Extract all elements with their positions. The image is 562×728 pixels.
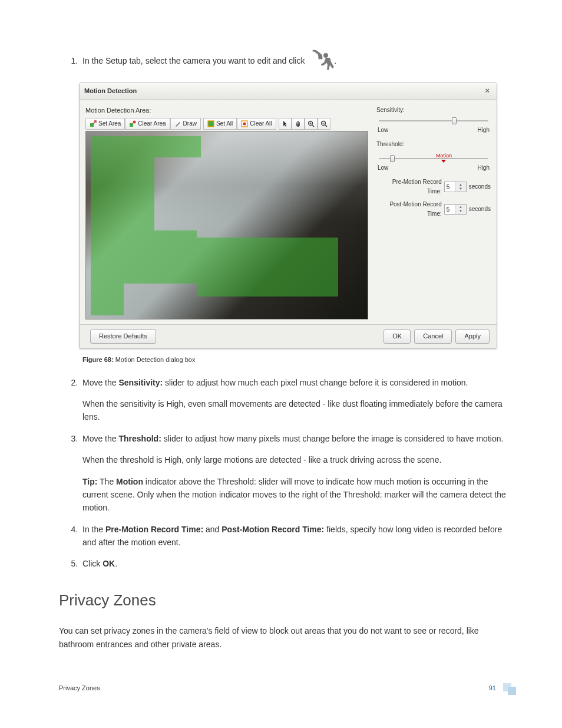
step-4: In the Pre-Motion Record Time: and Post-… [80,523,510,549]
set-area-button[interactable]: Set Area [85,118,125,130]
pre-motion-label: Pre-Motion Record Time: [376,177,442,196]
motion-detection-icon [307,47,334,74]
figure-caption: Figure 68: Motion Detection dialog box [82,355,510,365]
page-footer: Privacy Zones 91 [59,683,517,694]
motion-area-overlay [197,238,338,297]
dialog-title: Motion Detection [84,86,137,97]
area-label: Motion Detection Area: [85,106,372,116]
cancel-button[interactable]: Cancel [414,330,452,344]
spinner-buttons[interactable]: ▲▼ [455,182,466,192]
high-label: High [477,163,490,173]
clear-all-icon [241,120,248,127]
svg-rect-2 [130,123,133,127]
motion-detection-dialog: Motion Detection × Motion Detection Area… [79,83,497,349]
clear-area-button[interactable]: Clear Area [125,118,170,130]
seconds-label: seconds [469,205,491,214]
ok-button[interactable]: OK [384,330,411,344]
footer-decoration-icon [502,683,517,694]
draw-button[interactable]: Draw [170,118,201,130]
zoom-out-icon [320,120,328,127]
svg-point-3 [133,121,136,124]
motion-area-overlay [91,230,197,284]
pre-motion-input[interactable]: 5 ▲▼ [444,182,467,192]
area-toolbar: Set Area Clear Area Draw [85,118,372,130]
svg-rect-4 [208,121,214,127]
high-label: High [477,126,490,135]
pointer-tool-button[interactable] [279,118,292,130]
threshold-slider[interactable]: Motion [376,154,491,163]
pencil-icon [174,120,181,127]
hand-tool-button[interactable] [292,118,305,130]
camera-preview[interactable] [85,131,368,319]
low-label: Low [378,126,388,135]
dialog-titlebar: Motion Detection × [80,83,497,100]
privacy-zones-body: You can set privacy zones in the camera'… [59,624,510,651]
hand-icon [295,120,302,127]
sensitivity-slider[interactable] [376,116,491,126]
set-area-icon [90,120,97,127]
step-1-text-b: . [334,56,336,65]
seconds-label: seconds [469,182,491,192]
pointer-icon [282,120,289,127]
step-5: Click OK. [80,557,510,570]
step-2: Move the Sensitivity: slider to adjust h… [80,376,510,424]
restore-defaults-button[interactable]: Restore Defaults [90,330,156,344]
clear-all-button[interactable]: Clear All [237,118,276,130]
privacy-zones-heading: Privacy Zones [59,588,510,613]
zoom-in-icon [308,120,315,127]
motion-area-overlay [91,136,154,230]
set-all-button[interactable]: Set All [203,118,237,130]
step-1-text-a: In the Setup tab, select the camera you … [82,56,307,65]
close-icon[interactable]: × [482,85,492,97]
motion-area-overlay [91,284,124,315]
threshold-label: Threshold: [376,140,491,149]
apply-button[interactable]: Apply [455,330,490,344]
post-motion-input[interactable]: 5 ▲▼ [444,204,467,215]
low-label: Low [378,163,388,173]
footer-section-label: Privacy Zones [59,683,100,694]
step-list: In the Setup tab, select the camera you … [59,47,510,571]
clear-area-icon [129,120,136,127]
step-1: In the Setup tab, select the camera you … [80,47,510,365]
motion-indicator: Motion [436,151,452,163]
spinner-buttons[interactable]: ▲▼ [455,205,466,214]
motion-area-overlay [154,136,201,157]
step-3: Move the Threshold: slider to adjust how… [80,432,510,515]
set-all-icon [207,120,214,127]
post-motion-label: Post-Motion Record Time: [376,200,442,219]
sensitivity-label: Sensitivity: [376,106,491,115]
svg-point-6 [243,123,246,126]
zoom-in-button[interactable] [305,118,318,130]
svg-point-0 [323,53,328,58]
page-number: 91 [489,683,496,694]
zoom-out-button[interactable] [318,118,330,130]
